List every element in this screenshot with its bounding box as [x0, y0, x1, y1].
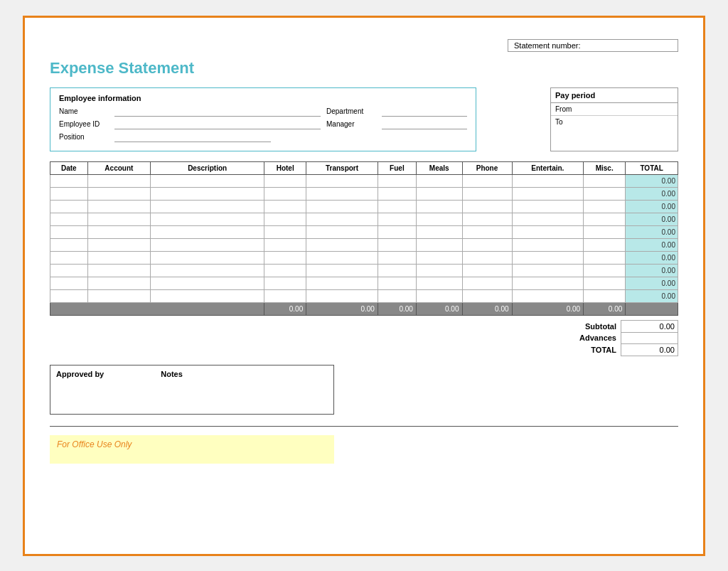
row-cell[interactable]	[416, 238, 462, 251]
row-cell[interactable]	[264, 238, 306, 251]
row-cell[interactable]	[416, 225, 462, 238]
row-cell[interactable]	[50, 174, 88, 187]
row-cell[interactable]	[416, 289, 462, 302]
row-cell[interactable]	[151, 277, 264, 289]
row-cell[interactable]	[151, 238, 264, 251]
row-cell[interactable]	[584, 225, 626, 238]
row-cell[interactable]	[378, 187, 416, 200]
row-cell[interactable]	[512, 200, 584, 213]
row-cell[interactable]	[378, 174, 416, 187]
row-cell[interactable]	[264, 174, 306, 187]
row-cell[interactable]	[584, 289, 626, 302]
row-cell[interactable]	[50, 225, 88, 238]
manager-input[interactable]	[382, 119, 467, 129]
row-cell[interactable]	[584, 238, 626, 251]
row-cell[interactable]	[87, 174, 151, 187]
row-cell[interactable]	[87, 225, 151, 238]
row-cell[interactable]	[416, 264, 462, 277]
row-cell[interactable]	[50, 277, 88, 289]
row-cell[interactable]	[512, 238, 584, 251]
row-cell[interactable]	[264, 251, 306, 264]
row-cell[interactable]	[512, 174, 584, 187]
row-cell[interactable]	[87, 200, 151, 213]
row-cell[interactable]	[151, 174, 264, 187]
row-cell[interactable]	[512, 225, 584, 238]
table-row[interactable]: 0.00	[50, 238, 678, 251]
table-row[interactable]: 0.00	[50, 251, 678, 264]
row-cell[interactable]	[264, 200, 306, 213]
row-cell[interactable]	[584, 213, 626, 225]
table-row[interactable]: 0.00	[50, 264, 678, 277]
from-input[interactable]	[576, 107, 678, 111]
table-row[interactable]: 0.00	[50, 277, 678, 289]
row-cell[interactable]	[584, 251, 626, 264]
row-cell[interactable]	[50, 264, 88, 277]
row-cell[interactable]	[264, 264, 306, 277]
row-cell[interactable]	[264, 213, 306, 225]
row-cell[interactable]	[512, 213, 584, 225]
to-input[interactable]	[572, 119, 678, 124]
row-cell[interactable]	[378, 289, 416, 302]
row-cell[interactable]	[264, 289, 306, 302]
row-cell[interactable]	[378, 264, 416, 277]
row-cell[interactable]	[306, 213, 378, 225]
row-cell[interactable]	[151, 264, 264, 277]
row-cell[interactable]	[306, 238, 378, 251]
department-input[interactable]	[382, 107, 467, 117]
row-cell[interactable]	[306, 225, 378, 238]
row-cell[interactable]	[306, 174, 378, 187]
row-cell[interactable]	[50, 213, 88, 225]
row-cell[interactable]	[151, 187, 264, 200]
row-cell[interactable]	[87, 289, 151, 302]
row-cell[interactable]	[462, 277, 512, 289]
row-cell[interactable]	[378, 251, 416, 264]
row-cell[interactable]	[584, 200, 626, 213]
row-cell[interactable]	[416, 251, 462, 264]
row-cell[interactable]	[584, 264, 626, 277]
row-cell[interactable]	[462, 213, 512, 225]
row-cell[interactable]	[416, 277, 462, 289]
table-row[interactable]: 0.00	[50, 289, 678, 302]
row-cell[interactable]	[264, 225, 306, 238]
row-cell[interactable]	[512, 251, 584, 264]
row-cell[interactable]	[512, 187, 584, 200]
table-row[interactable]: 0.00	[50, 187, 678, 200]
row-cell[interactable]	[151, 213, 264, 225]
row-cell[interactable]	[512, 277, 584, 289]
row-cell[interactable]	[87, 251, 151, 264]
row-cell[interactable]	[306, 187, 378, 200]
row-cell[interactable]	[87, 213, 151, 225]
row-cell[interactable]	[584, 187, 626, 200]
position-input[interactable]	[114, 132, 271, 142]
row-cell[interactable]	[50, 289, 88, 302]
row-cell[interactable]	[416, 187, 462, 200]
row-cell[interactable]	[306, 289, 378, 302]
row-cell[interactable]	[50, 187, 88, 200]
row-cell[interactable]	[151, 289, 264, 302]
row-cell[interactable]	[512, 264, 584, 277]
row-cell[interactable]	[512, 289, 584, 302]
row-cell[interactable]	[378, 277, 416, 289]
row-cell[interactable]	[462, 238, 512, 251]
row-cell[interactable]	[306, 264, 378, 277]
advances-value[interactable]	[621, 332, 678, 343]
row-cell[interactable]	[50, 251, 88, 264]
row-cell[interactable]	[462, 251, 512, 264]
row-cell[interactable]	[416, 200, 462, 213]
row-cell[interactable]	[378, 225, 416, 238]
table-row[interactable]: 0.00	[50, 225, 678, 238]
row-cell[interactable]	[151, 251, 264, 264]
row-cell[interactable]	[50, 200, 88, 213]
row-cell[interactable]	[416, 174, 462, 187]
row-cell[interactable]	[87, 277, 151, 289]
row-cell[interactable]	[462, 174, 512, 187]
row-cell[interactable]	[50, 238, 88, 251]
row-cell[interactable]	[306, 277, 378, 289]
row-cell[interactable]	[462, 187, 512, 200]
row-cell[interactable]	[378, 213, 416, 225]
row-cell[interactable]	[151, 225, 264, 238]
row-cell[interactable]	[584, 174, 626, 187]
employee-id-input[interactable]	[114, 119, 321, 129]
row-cell[interactable]	[87, 264, 151, 277]
row-cell[interactable]	[462, 289, 512, 302]
